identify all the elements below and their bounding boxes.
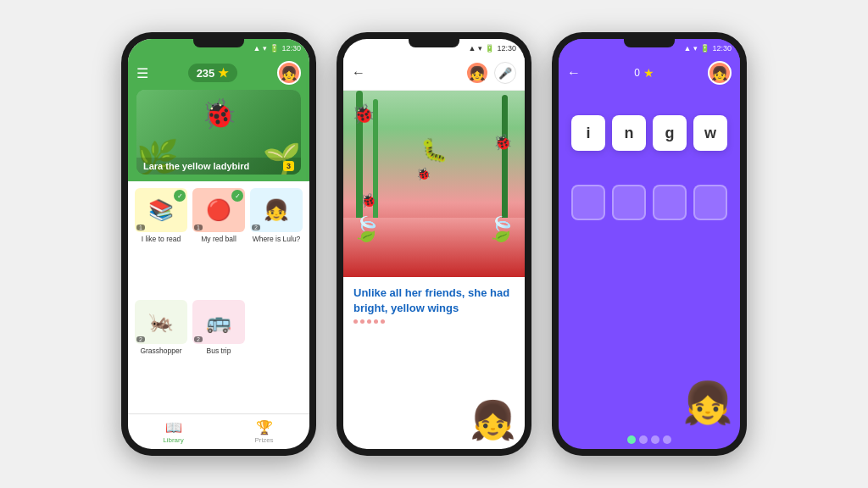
phone1-topbar: ☰ 235 ★ 👧 bbox=[136, 61, 301, 85]
book-level-2: 1 bbox=[194, 225, 203, 230]
time-3: 12:30 bbox=[712, 44, 732, 53]
book-level-5: 2 bbox=[194, 336, 203, 342]
nav-prizes[interactable]: 🏆 Prizes bbox=[219, 418, 309, 446]
bottom-nav: 📖 Library 🏆 Prizes bbox=[128, 413, 309, 449]
time-2: 12:30 bbox=[497, 44, 516, 53]
ladybug-2: 🐞 bbox=[493, 133, 512, 152]
wifi-icon-2: ▾ bbox=[478, 44, 482, 53]
hamburger-menu[interactable]: ☰ bbox=[136, 65, 148, 81]
prizes-icon: 🏆 bbox=[256, 419, 273, 435]
letter-tile-i[interactable]: i bbox=[571, 115, 605, 151]
nav-library[interactable]: 📖 Library bbox=[128, 418, 219, 446]
answer-slot-3[interactable] bbox=[653, 185, 687, 220]
leaf-1: 🍃 bbox=[352, 215, 381, 243]
book-item-1[interactable]: 📚 ✓ 1 I like to read bbox=[135, 188, 187, 295]
phone-notch-2 bbox=[409, 39, 459, 47]
book-item-2[interactable]: 🔴 ✓ 1 My red ball bbox=[192, 188, 245, 295]
book-item-4[interactable]: 🦗 2 Grasshopper bbox=[135, 300, 187, 407]
book-item-3[interactable]: 👧 2 Where is Lulu? bbox=[250, 188, 303, 295]
signal-icon-3: ▲ bbox=[684, 44, 692, 53]
letter-tile-w[interactable]: w bbox=[693, 115, 727, 151]
book-label-2: My red ball bbox=[201, 235, 236, 243]
back-button-3[interactable]: ← bbox=[567, 65, 581, 80]
ladybug-1: 🐞 bbox=[352, 103, 375, 125]
quiz-star-icon: ★ bbox=[643, 66, 654, 80]
quiz-score: 0 bbox=[634, 67, 640, 79]
character-area: 👧 bbox=[343, 369, 525, 450]
time-1: 12:30 bbox=[281, 44, 301, 53]
dot-3 bbox=[367, 319, 371, 324]
phone1-header: ☰ 235 ★ 👧 🌿 🌱 🐞 Lara the yell bbox=[128, 58, 309, 181]
book-thumb-2: 🔴 ✓ 1 bbox=[192, 188, 245, 232]
book-text: Unlike all her friends, she had bright, … bbox=[353, 286, 515, 316]
book-thumb-3: 👧 2 bbox=[250, 188, 303, 232]
quiz-avatar: 👧 bbox=[708, 61, 732, 85]
book-level-4: 2 bbox=[136, 336, 145, 342]
nav-prizes-label: Prizes bbox=[254, 436, 273, 444]
yellow-ladybug: 🐛 bbox=[420, 137, 448, 164]
dot-5 bbox=[381, 319, 385, 324]
library-icon: 📖 bbox=[165, 419, 182, 435]
book-text-area: Unlike all her friends, she had bright, … bbox=[343, 277, 525, 369]
book-check-1: ✓ bbox=[174, 190, 186, 202]
answer-slots bbox=[559, 168, 740, 237]
featured-title-bar: Lara the yellow ladybird 3 bbox=[136, 158, 301, 175]
progress-dot-3 bbox=[651, 435, 659, 444]
book-level-1: 1 bbox=[136, 225, 145, 230]
book-label-3: Where is Lulu? bbox=[253, 235, 301, 243]
book-check-2: ✓ bbox=[231, 190, 243, 202]
signal-icon-2: ▲ bbox=[469, 44, 476, 53]
score-value: 235 bbox=[197, 67, 215, 80]
underline-dots bbox=[353, 319, 515, 324]
progress-dot-1 bbox=[627, 435, 636, 444]
progress-dot-4 bbox=[663, 435, 671, 444]
phone2-header: ← 👧 🎤 bbox=[343, 58, 525, 91]
answer-slot-4[interactable] bbox=[693, 185, 727, 220]
nav-library-label: Library bbox=[163, 436, 183, 444]
phone-3: ▲ ▾ 🔋 12:30 ← 0 ★ 👧 i n g w bbox=[552, 32, 747, 456]
featured-book[interactable]: 🌿 🌱 🐞 Lara the yellow ladybird 3 bbox=[136, 90, 301, 175]
phone-notch-1 bbox=[193, 39, 244, 47]
battery-icon-2: 🔋 bbox=[485, 44, 494, 53]
book-thumb-5: 🚌 2 bbox=[192, 300, 245, 344]
phone-1: ▲ ▾ 🔋 12:30 ☰ 235 ★ 👧 🌿 bbox=[121, 32, 316, 456]
book-label-4: Grasshopper bbox=[140, 347, 181, 355]
phone-notch-3 bbox=[624, 39, 675, 47]
book-level-3: 2 bbox=[252, 225, 260, 230]
character-image: 👧 bbox=[470, 398, 516, 442]
book-label-1: I like to read bbox=[142, 235, 181, 243]
letter-tile-n[interactable]: n bbox=[612, 115, 646, 151]
wifi-icon-3: ▾ bbox=[693, 44, 698, 53]
phone2-header-right: 👧 🎤 bbox=[465, 61, 516, 85]
battery-icon: 🔋 bbox=[270, 44, 279, 53]
phone-2: ▲ ▾ 🔋 12:30 ← 👧 🎤 🐞 bbox=[337, 32, 531, 456]
score-badge: 235 ★ bbox=[188, 64, 238, 82]
ladybug-4: 🐞 bbox=[360, 192, 377, 208]
wifi-icon: ▾ bbox=[263, 44, 267, 53]
dot-1 bbox=[353, 319, 358, 324]
mic-button[interactable]: 🎤 bbox=[494, 62, 516, 84]
star-icon: ★ bbox=[218, 66, 229, 80]
letter-tile-g[interactable]: g bbox=[653, 115, 687, 151]
phone1-screen: ▲ ▾ 🔋 12:30 ☰ 235 ★ 👧 🌿 bbox=[128, 39, 309, 449]
book-label-5: Bus trip bbox=[207, 347, 231, 355]
ladybug-3: 🐞 bbox=[416, 167, 431, 180]
book-thumb-1: 📚 ✓ 1 bbox=[135, 188, 187, 232]
book-item-5[interactable]: 🚌 2 Bus trip bbox=[192, 300, 245, 407]
dot-4 bbox=[374, 319, 378, 324]
answer-slot-2[interactable] bbox=[612, 185, 646, 220]
signal-icon: ▲ bbox=[253, 44, 261, 53]
back-button[interactable]: ← bbox=[352, 65, 365, 80]
user-avatar[interactable]: 👧 bbox=[277, 61, 301, 85]
leaf-2: 🍃 bbox=[487, 215, 516, 243]
answer-slot-1[interactable] bbox=[571, 185, 605, 220]
featured-book-title: Lara the yellow ladybird bbox=[143, 161, 249, 171]
letter-tiles-row: i n g w bbox=[559, 90, 740, 168]
phone3-screen: ▲ ▾ 🔋 12:30 ← 0 ★ 👧 i n g w bbox=[559, 39, 740, 449]
progress-dot-2 bbox=[639, 435, 648, 444]
book-thumb-4: 🦗 2 bbox=[135, 300, 187, 344]
dot-2 bbox=[360, 319, 364, 324]
quiz-character-area: 👧 bbox=[559, 237, 740, 430]
reader-avatar: 👧 bbox=[465, 61, 489, 85]
phone2-screen: ▲ ▾ 🔋 12:30 ← 👧 🎤 🐞 bbox=[343, 39, 525, 449]
